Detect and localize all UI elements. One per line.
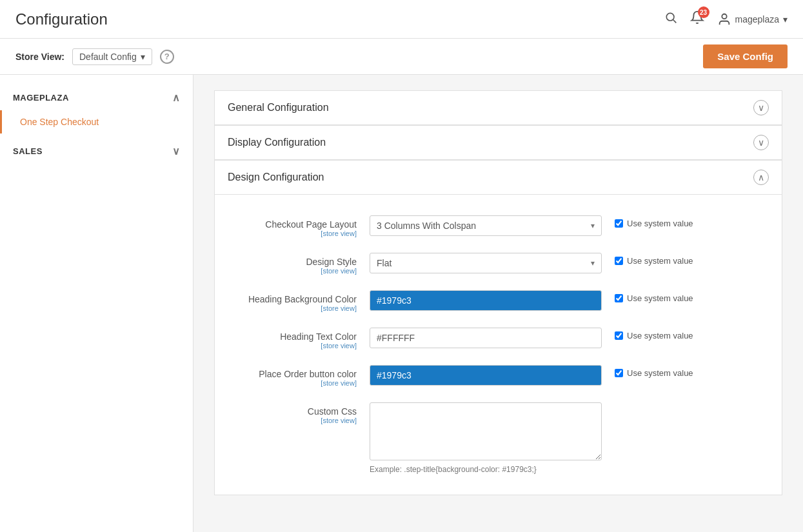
heading-text-color-label: Heading Text Color: [228, 331, 357, 342]
sidebar-section-mageplaza-label: MAGEPLAZA: [13, 93, 69, 103]
heading-text-color-input[interactable]: [370, 328, 602, 348]
design-config-title: Design Configuration: [228, 172, 324, 183]
svg-point-0: [666, 13, 674, 21]
general-config-toggle-icon[interactable]: ∨: [753, 100, 769, 115]
sidebar-section-mageplaza[interactable]: MAGEPLAZA ∧: [0, 85, 193, 110]
heading-bg-color-label: Heading Background Color: [228, 294, 357, 304]
general-config-header[interactable]: General Configuration ∨: [215, 91, 782, 125]
notification-bell[interactable]: 23: [690, 10, 704, 28]
checkout-page-layout-label-col: Checkout Page Layout [store view]: [228, 215, 370, 237]
heading-bg-color-system-checkbox[interactable]: [615, 294, 623, 302]
design-style-label-col: Design Style [store view]: [228, 253, 370, 275]
sidebar-section-mageplaza-chevron-icon: ∧: [172, 92, 181, 104]
store-view-bar: Store View: Default Config ▾ ? Save Conf…: [0, 39, 803, 75]
store-view-label: Store View:: [15, 52, 64, 62]
checkout-page-layout-system-checkbox[interactable]: [615, 219, 623, 228]
checkout-page-layout-system-label: Use system value: [627, 219, 693, 228]
sidebar-section-sales[interactable]: SALES ∨: [0, 139, 193, 164]
heading-bg-color-input[interactable]: [370, 290, 602, 311]
user-chevron-icon: ▾: [783, 14, 788, 25]
display-config-toggle-icon[interactable]: ∨: [753, 135, 769, 150]
design-style-select-wrapper[interactable]: Flat Modern Classic ▾: [370, 253, 602, 273]
user-name: mageplaza: [735, 14, 780, 25]
heading-bg-color-row: Heading Background Color [store view] Us…: [215, 282, 782, 320]
place-order-color-row: Place Order button color [store view] Us…: [215, 357, 782, 395]
svg-line-1: [673, 20, 676, 23]
top-header: Configuration 23 mageplaza ▾: [0, 0, 803, 39]
page-title: Configuration: [15, 10, 108, 28]
search-button[interactable]: [664, 11, 677, 27]
content-area: General Configuration ∨ Display Configur…: [193, 75, 803, 532]
custom-css-label-col: Custom Css [store view]: [228, 402, 370, 424]
display-config-section: Display Configuration ∨: [214, 126, 782, 161]
heading-text-color-label-col: Heading Text Color [store view]: [228, 328, 370, 350]
sidebar: MAGEPLAZA ∧ One Step Checkout SALES ∨: [0, 75, 193, 532]
checkout-page-layout-system-col: Use system value: [602, 215, 693, 228]
checkout-page-layout-select-wrapper[interactable]: 3 Columns With Colspan 2 Columns 1 Colum…: [370, 215, 602, 236]
heading-text-color-row: Heading Text Color [store view] Use syst…: [215, 320, 782, 357]
design-style-system-label: Use system value: [627, 256, 693, 266]
sidebar-section-sales-label: SALES: [13, 146, 43, 156]
display-config-header[interactable]: Display Configuration ∨: [215, 126, 782, 160]
heading-bg-color-system-col: Use system value: [602, 290, 693, 303]
sidebar-item-one-step-checkout[interactable]: One Step Checkout: [0, 110, 193, 133]
help-icon[interactable]: ?: [160, 50, 174, 64]
checkout-page-layout-label: Checkout Page Layout: [228, 219, 357, 230]
place-order-color-system-col: Use system value: [602, 365, 693, 378]
design-config-toggle-icon[interactable]: ∧: [753, 170, 769, 185]
store-view-value: Default Config: [79, 52, 137, 62]
checkout-page-layout-row: Checkout Page Layout [store view] 3 Colu…: [215, 208, 782, 245]
design-style-row: Design Style [store view] Flat Modern Cl…: [215, 245, 782, 282]
place-order-color-system-label: Use system value: [627, 368, 693, 378]
design-style-system-col: Use system value: [602, 253, 693, 266]
checkout-page-layout-sublabel: [store view]: [228, 230, 357, 237]
heading-text-color-input-col: [370, 328, 602, 348]
design-config-body: Checkout Page Layout [store view] 3 Colu…: [215, 195, 782, 495]
save-config-button[interactable]: Save Config: [703, 44, 788, 68]
custom-css-input-col: Example: .step-title{background-color: #…: [370, 402, 602, 474]
custom-css-sublabel: [store view]: [228, 417, 357, 424]
design-style-label: Design Style: [228, 257, 357, 267]
heading-bg-color-label-col: Heading Background Color [store view]: [228, 290, 370, 312]
heading-text-color-system-checkbox[interactable]: [615, 331, 623, 340]
general-config-title: General Configuration: [228, 102, 329, 113]
custom-css-label: Custom Css: [228, 406, 357, 417]
svg-point-2: [722, 14, 726, 18]
design-style-sublabel: [store view]: [228, 267, 357, 275]
user-menu[interactable]: mageplaza ▾: [717, 12, 788, 26]
header-actions: 23 mageplaza ▾: [664, 10, 788, 28]
place-order-color-input[interactable]: [370, 365, 602, 386]
display-config-title: Display Configuration: [228, 137, 326, 148]
place-order-color-label: Place Order button color: [228, 369, 357, 379]
place-order-color-sublabel: [store view]: [228, 379, 357, 387]
general-config-section: General Configuration ∨: [214, 90, 782, 126]
store-view-selector[interactable]: Default Config ▾: [72, 48, 152, 65]
main-layout: MAGEPLAZA ∧ One Step Checkout SALES ∨ Ge…: [0, 75, 803, 532]
place-order-color-label-col: Place Order button color [store view]: [228, 365, 370, 387]
heading-bg-color-sublabel: [store view]: [228, 304, 357, 312]
design-style-select[interactable]: Flat Modern Classic: [370, 253, 601, 273]
design-style-input-col: Flat Modern Classic ▾: [370, 253, 602, 273]
heading-text-color-sublabel: [store view]: [228, 342, 357, 350]
sidebar-section-sales-chevron-icon: ∨: [172, 145, 181, 157]
place-order-color-input-col: [370, 365, 602, 386]
design-config-header[interactable]: Design Configuration ∧: [215, 161, 782, 195]
heading-bg-color-system-label: Use system value: [627, 293, 693, 303]
heading-bg-color-input-col: [370, 290, 602, 311]
place-order-color-system-checkbox[interactable]: [615, 369, 623, 377]
design-style-system-checkbox[interactable]: [615, 257, 623, 265]
checkout-page-layout-select[interactable]: 3 Columns With Colspan 2 Columns 1 Colum…: [370, 216, 601, 235]
checkout-page-layout-input-col: 3 Columns With Colspan 2 Columns 1 Colum…: [370, 215, 602, 236]
heading-text-color-system-col: Use system value: [602, 328, 693, 340]
custom-css-row: Custom Css [store view] Example: .step-t…: [215, 395, 782, 482]
heading-text-color-system-label: Use system value: [627, 331, 693, 340]
notification-count: 23: [698, 6, 709, 18]
design-config-section: Design Configuration ∧ Checkout Page Lay…: [214, 161, 782, 495]
store-view-chevron-icon: ▾: [141, 52, 145, 62]
custom-css-example: Example: .step-title{background-color: #…: [370, 465, 602, 474]
store-view-left: Store View: Default Config ▾ ?: [15, 48, 174, 65]
custom-css-textarea[interactable]: [370, 402, 602, 460]
